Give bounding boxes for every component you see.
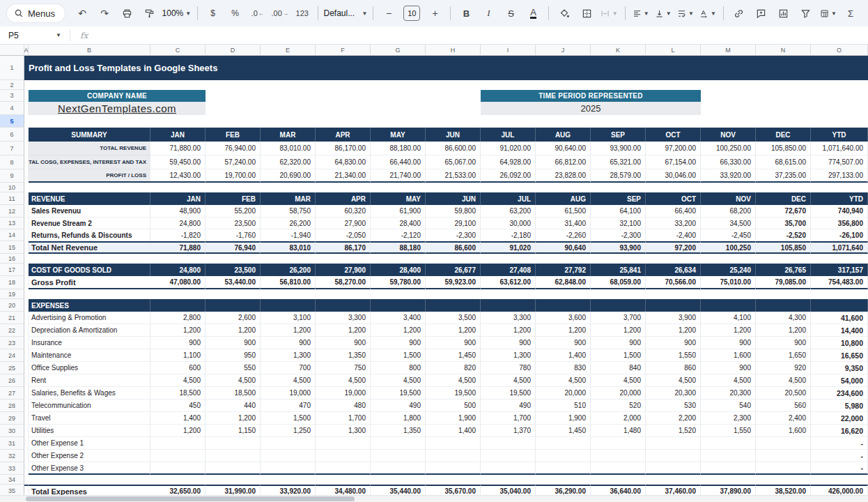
blank-cell[interactable] — [24, 115, 868, 128]
month-header-YTD[interactable]: YTD — [811, 192, 868, 205]
value-cell[interactable]: 86,170.00 — [316, 142, 371, 155]
value-cell[interactable]: 97,200 — [646, 241, 701, 254]
column-header-F[interactable]: F — [316, 45, 371, 56]
value-cell[interactable]: 1,200 — [261, 324, 316, 337]
value-cell[interactable]: 59,800 — [426, 205, 481, 218]
value-cell[interactable]: 21,533.00 — [426, 169, 481, 183]
value-cell[interactable]: 27,792 — [536, 264, 591, 276]
value-cell[interactable]: 1,200 — [206, 324, 261, 337]
blank-header-cell[interactable] — [591, 299, 646, 312]
value-cell[interactable]: 1,200 — [426, 324, 481, 337]
blank-header-cell[interactable] — [536, 299, 591, 312]
value-cell[interactable]: 700 — [261, 362, 316, 374]
value-cell[interactable]: 500 — [426, 400, 481, 412]
currency-format-button[interactable]: $ — [203, 4, 224, 22]
value-cell[interactable]: 20,300 — [701, 387, 756, 400]
value-cell[interactable]: 58,270.00 — [316, 276, 371, 289]
value-cell[interactable]: 18,500 — [150, 387, 206, 400]
gross-profit-label[interactable]: Gross Profit — [29, 276, 150, 289]
value-cell[interactable]: 66,812.00 — [536, 155, 591, 169]
value-cell[interactable]: 2,400 — [756, 412, 811, 425]
value-cell[interactable]: 47,080.00 — [150, 276, 206, 289]
row-header-31[interactable]: 31 — [0, 437, 24, 450]
menus-search[interactable]: Menus — [7, 4, 65, 22]
value-cell[interactable]: 356,800 — [811, 218, 868, 229]
horizontal-align-button[interactable]: ▼ — [630, 4, 651, 22]
value-cell[interactable]: 1,550 — [701, 425, 756, 437]
blank-header-cell[interactable] — [206, 299, 261, 312]
value-cell[interactable]: 65,067.00 — [426, 155, 481, 169]
blank-header-cell[interactable] — [756, 299, 811, 312]
column-header-C[interactable]: C — [150, 45, 206, 56]
row-header-13[interactable]: 13 — [0, 218, 24, 229]
column-header-E[interactable]: E — [261, 45, 316, 56]
value-cell[interactable]: 57,240.00 — [206, 155, 261, 169]
value-cell[interactable] — [206, 462, 261, 475]
value-cell[interactable]: 22,000 — [811, 412, 868, 425]
strikethrough-button[interactable]: S — [500, 4, 521, 22]
value-cell[interactable] — [426, 462, 481, 475]
value-cell[interactable]: 23,500 — [206, 218, 261, 229]
value-cell[interactable]: 21,340.00 — [316, 169, 371, 183]
value-cell[interactable]: 21,740.00 — [371, 169, 426, 183]
value-cell[interactable]: 63,200 — [481, 205, 536, 218]
value-cell[interactable]: 1,400 — [150, 412, 206, 425]
value-cell[interactable]: 1,600 — [701, 349, 756, 362]
row-header-18[interactable]: 18 — [0, 276, 24, 289]
value-cell[interactable]: -2,050 — [316, 229, 371, 241]
value-cell[interactable] — [316, 450, 371, 462]
text-color-button[interactable]: A — [522, 4, 543, 22]
value-cell[interactable]: 1,200 — [206, 412, 261, 425]
row-header-28[interactable]: 28 — [0, 400, 24, 412]
value-cell[interactable]: 56,810.00 — [261, 276, 316, 289]
value-cell[interactable]: 93,900.00 — [591, 142, 646, 155]
value-cell[interactable]: 20,690.00 — [261, 169, 316, 183]
table-tools-button[interactable]: ▼ — [818, 4, 839, 22]
value-cell[interactable]: 26,634 — [646, 264, 701, 276]
row-header-1[interactable]: 1 — [0, 56, 24, 80]
value-cell[interactable]: 1,200 — [371, 324, 426, 337]
row-header-34[interactable]: 34 — [0, 475, 24, 485]
value-cell[interactable]: 1,400 — [426, 425, 481, 437]
expense-row-label[interactable]: Rent — [29, 374, 150, 387]
summary-row-label[interactable]: PROFIT / LOSS — [29, 169, 150, 183]
value-cell[interactable]: 65,321.00 — [591, 155, 646, 169]
row-header-26[interactable]: 26 — [0, 374, 24, 387]
row-header-5[interactable]: 5 — [0, 115, 24, 128]
vertical-align-button[interactable]: ▼ — [653, 4, 674, 22]
value-cell[interactable]: 48,900 — [150, 205, 206, 218]
month-header-MAY[interactable]: MAY — [371, 192, 426, 205]
value-cell[interactable]: 91,020.00 — [481, 142, 536, 155]
month-header-JUN[interactable]: JUN — [426, 128, 481, 142]
month-header-NOV[interactable]: NOV — [701, 128, 756, 142]
value-cell[interactable]: 1,100 — [150, 349, 206, 362]
value-cell[interactable]: 1,480 — [591, 425, 646, 437]
value-cell[interactable]: 560 — [756, 400, 811, 412]
value-cell[interactable]: 93,900 — [591, 241, 646, 254]
value-cell[interactable]: 105,850 — [756, 241, 811, 254]
paint-format-button[interactable] — [139, 4, 160, 22]
value-cell[interactable]: 900 — [536, 337, 591, 349]
column-header-O[interactable]: O — [811, 45, 868, 56]
value-cell[interactable]: 86,170 — [316, 241, 371, 254]
value-cell[interactable]: 1,300 — [261, 349, 316, 362]
blank-header-cell[interactable] — [261, 299, 316, 312]
value-cell[interactable]: 820 — [426, 362, 481, 374]
row-header-27[interactable]: 27 — [0, 387, 24, 400]
row-header-3[interactable]: 3 — [0, 90, 24, 102]
value-cell[interactable]: 16,620 — [811, 425, 868, 437]
column-header-N[interactable]: N — [756, 45, 811, 56]
value-cell[interactable] — [371, 462, 426, 475]
expense-row-label[interactable]: Travel — [29, 412, 150, 425]
value-cell[interactable]: 900 — [206, 337, 261, 349]
month-header-AUG[interactable]: AUG — [536, 192, 591, 205]
expense-row-label[interactable]: Utilities — [29, 425, 150, 437]
value-cell[interactable]: 66,400 — [646, 205, 701, 218]
value-cell[interactable]: 59,923.00 — [426, 276, 481, 289]
value-cell[interactable]: 1,350 — [371, 425, 426, 437]
value-cell[interactable]: 34,500 — [701, 218, 756, 229]
row-header-14[interactable]: 14 — [0, 229, 24, 241]
decrease-font-size-button[interactable]: − — [378, 4, 399, 22]
value-cell[interactable] — [261, 437, 316, 450]
time-period-header[interactable]: TIME PERIOD REPRESENTED — [481, 90, 701, 102]
